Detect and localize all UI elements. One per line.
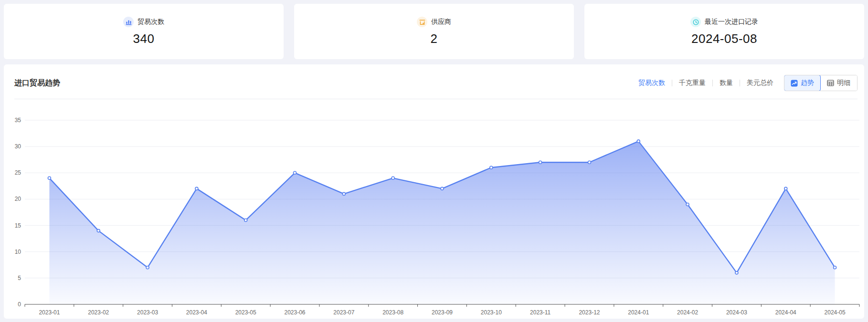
separator xyxy=(672,80,672,86)
stat-card-suppliers: 供应商 2 xyxy=(294,4,574,59)
metric-tab-kg-weight[interactable]: 千克重量 xyxy=(679,79,706,87)
svg-text:2024-04: 2024-04 xyxy=(775,309,796,316)
separator xyxy=(740,80,740,86)
svg-text:20: 20 xyxy=(15,196,21,202)
trend-icon xyxy=(791,80,798,87)
stats-row: 贸易次数 340 供应商 2 最 xyxy=(4,4,864,59)
stat-value: 2 xyxy=(431,31,438,46)
detail-view-button[interactable]: 明细 xyxy=(820,75,857,91)
detail-view-label: 明细 xyxy=(837,79,850,87)
svg-text:25: 25 xyxy=(15,169,21,176)
clock-icon xyxy=(690,17,701,27)
stat-label: 供应商 xyxy=(431,18,451,26)
stat-label: 贸易次数 xyxy=(138,18,164,26)
chart-body: 051015202530352023-012023-022023-032023-… xyxy=(4,99,864,318)
svg-text:30: 30 xyxy=(15,143,21,150)
svg-text:5: 5 xyxy=(18,275,21,281)
svg-text:35: 35 xyxy=(15,117,21,124)
svg-text:2023-08: 2023-08 xyxy=(382,309,403,316)
metric-tab-trade-count[interactable]: 贸易次数 xyxy=(638,79,665,87)
svg-text:2023-05: 2023-05 xyxy=(235,309,256,316)
metric-tab-usd-total[interactable]: 美元总价 xyxy=(747,79,773,87)
trend-view-button[interactable]: 趋势 xyxy=(784,75,821,91)
svg-text:2023-04: 2023-04 xyxy=(186,309,207,316)
trend-view-label: 趋势 xyxy=(801,79,814,87)
stat-card-last-import: 最近一次进口记录 2024-05-08 xyxy=(584,4,864,59)
svg-text:2024-01: 2024-01 xyxy=(628,309,649,316)
svg-text:2023-03: 2023-03 xyxy=(137,309,158,316)
svg-text:0: 0 xyxy=(18,301,21,308)
svg-text:10: 10 xyxy=(15,249,21,255)
svg-text:2024-03: 2024-03 xyxy=(726,309,747,316)
stat-label: 最近一次进口记录 xyxy=(705,18,758,26)
separator xyxy=(712,80,713,86)
chart-title: 进口贸易趋势 xyxy=(14,78,60,88)
trend-area-chart: 051015202530352023-012023-022023-032023-… xyxy=(4,99,861,318)
svg-text:2023-12: 2023-12 xyxy=(579,309,600,316)
chart-header: 进口贸易趋势 贸易次数 千克重量 数量 美元总价 趋势 xyxy=(4,64,864,99)
svg-text:2023-02: 2023-02 xyxy=(88,309,109,316)
store-icon xyxy=(417,17,427,27)
metric-tab-quantity[interactable]: 数量 xyxy=(720,79,733,87)
stat-card-trade-count: 贸易次数 340 xyxy=(4,4,284,59)
stat-value: 340 xyxy=(133,31,155,46)
svg-text:2023-07: 2023-07 xyxy=(333,309,354,316)
svg-text:2024-02: 2024-02 xyxy=(677,309,698,316)
svg-text:2023-10: 2023-10 xyxy=(481,309,502,316)
svg-text:15: 15 xyxy=(15,222,21,229)
view-toggle-group: 趋势 明细 xyxy=(784,75,857,91)
chart-toolbar: 贸易次数 千克重量 数量 美元总价 趋势 xyxy=(638,75,857,91)
svg-text:2023-09: 2023-09 xyxy=(432,309,453,316)
bar-chart-icon xyxy=(123,17,134,27)
svg-text:2023-06: 2023-06 xyxy=(285,309,306,316)
svg-text:2023-11: 2023-11 xyxy=(530,309,550,316)
stat-value: 2024-05-08 xyxy=(691,31,757,46)
svg-text:2024-05: 2024-05 xyxy=(825,309,846,316)
svg-text:2023-01: 2023-01 xyxy=(39,309,60,316)
table-icon xyxy=(827,80,834,86)
import-trend-panel: 进口贸易趋势 贸易次数 千克重量 数量 美元总价 趋势 xyxy=(4,64,864,319)
